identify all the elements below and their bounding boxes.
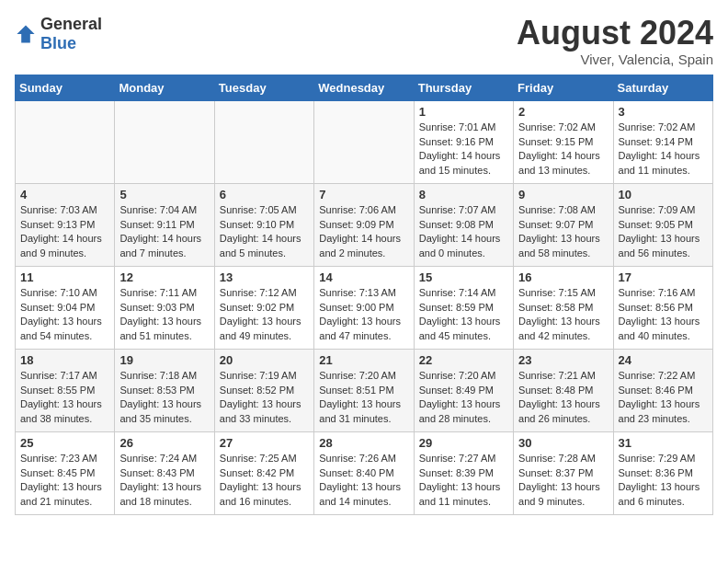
- day-cell: 14Sunrise: 7:13 AM Sunset: 9:00 PM Dayli…: [314, 266, 414, 349]
- day-cell: 26Sunrise: 7:24 AM Sunset: 8:43 PM Dayli…: [115, 431, 214, 514]
- day-cell: 20Sunrise: 7:19 AM Sunset: 8:52 PM Dayli…: [214, 349, 313, 431]
- day-number: 3: [619, 105, 708, 119]
- day-info: Sunrise: 7:21 AM Sunset: 8:48 PM Dayligh…: [518, 369, 608, 428]
- day-info: Sunrise: 7:14 AM Sunset: 8:59 PM Dayligh…: [419, 286, 508, 345]
- day-number: 26: [119, 436, 209, 450]
- day-number: 6: [220, 188, 309, 201]
- day-info: Sunrise: 7:28 AM Sunset: 8:37 PM Dayligh…: [518, 452, 608, 511]
- day-info: Sunrise: 7:08 AM Sunset: 9:07 PM Dayligh…: [518, 203, 608, 262]
- day-info: Sunrise: 7:29 AM Sunset: 8:36 PM Dayligh…: [619, 452, 708, 511]
- day-cell: 27Sunrise: 7:25 AM Sunset: 8:42 PM Dayli…: [214, 431, 313, 514]
- day-info: Sunrise: 7:23 AM Sunset: 8:45 PM Dayligh…: [20, 452, 109, 511]
- day-info: Sunrise: 7:04 AM Sunset: 9:11 PM Dayligh…: [119, 203, 209, 262]
- page-subtitle: Viver, Valencia, Spain: [517, 52, 713, 67]
- header-cell-tuesday: Tuesday: [214, 75, 313, 100]
- day-info: Sunrise: 7:20 AM Sunset: 8:51 PM Dayligh…: [319, 369, 408, 428]
- day-number: 20: [220, 353, 309, 367]
- day-cell: 29Sunrise: 7:27 AM Sunset: 8:39 PM Dayli…: [414, 431, 513, 514]
- day-info: Sunrise: 7:27 AM Sunset: 8:39 PM Dayligh…: [419, 452, 508, 511]
- day-number: 16: [518, 270, 608, 284]
- day-number: 25: [20, 436, 109, 450]
- day-number: 10: [619, 188, 708, 201]
- header-cell-saturday: Saturday: [613, 75, 712, 100]
- day-cell: 9Sunrise: 7:08 AM Sunset: 9:07 PM Daylig…: [514, 183, 613, 266]
- day-number: 13: [220, 270, 309, 284]
- day-number: 14: [319, 270, 408, 284]
- day-number: 18: [20, 353, 109, 367]
- day-info: Sunrise: 7:22 AM Sunset: 8:46 PM Dayligh…: [619, 369, 708, 428]
- day-cell: 1Sunrise: 7:01 AM Sunset: 9:16 PM Daylig…: [414, 100, 513, 183]
- day-number: 24: [619, 353, 708, 367]
- week-row-5: 25Sunrise: 7:23 AM Sunset: 8:45 PM Dayli…: [16, 431, 713, 514]
- page-title: August 2024: [517, 15, 713, 52]
- day-cell: 8Sunrise: 7:07 AM Sunset: 9:08 PM Daylig…: [414, 183, 513, 266]
- day-info: Sunrise: 7:18 AM Sunset: 8:53 PM Dayligh…: [119, 369, 209, 428]
- day-number: 19: [119, 353, 209, 367]
- day-info: Sunrise: 7:09 AM Sunset: 9:05 PM Dayligh…: [619, 203, 708, 262]
- day-number: 23: [518, 353, 608, 367]
- day-cell: 13Sunrise: 7:12 AM Sunset: 9:02 PM Dayli…: [214, 266, 313, 349]
- day-number: 12: [119, 270, 209, 284]
- day-number: 5: [119, 188, 209, 201]
- day-number: 7: [319, 188, 408, 201]
- day-info: Sunrise: 7:16 AM Sunset: 8:56 PM Dayligh…: [619, 286, 708, 345]
- logo-icon: [15, 23, 37, 45]
- day-info: Sunrise: 7:02 AM Sunset: 9:15 PM Dayligh…: [518, 121, 608, 179]
- day-cell: 30Sunrise: 7:28 AM Sunset: 8:37 PM Dayli…: [514, 431, 613, 514]
- day-number: 15: [419, 270, 508, 284]
- day-cell: 12Sunrise: 7:11 AM Sunset: 9:03 PM Dayli…: [115, 266, 214, 349]
- header-cell-thursday: Thursday: [414, 75, 513, 100]
- header-cell-friday: Friday: [514, 75, 613, 100]
- logo-general: General: [40, 15, 102, 33]
- day-info: Sunrise: 7:03 AM Sunset: 9:13 PM Dayligh…: [20, 203, 109, 262]
- day-cell: 25Sunrise: 7:23 AM Sunset: 8:45 PM Dayli…: [16, 431, 115, 514]
- header-cell-sunday: Sunday: [16, 75, 115, 100]
- page-header: General Blue August 2024 Viver, Valencia…: [15, 15, 713, 67]
- day-number: 8: [419, 188, 508, 201]
- day-number: 28: [319, 436, 408, 450]
- calendar-table: SundayMondayTuesdayWednesdayThursdayFrid…: [15, 75, 713, 515]
- day-cell: 31Sunrise: 7:29 AM Sunset: 8:36 PM Dayli…: [613, 431, 712, 514]
- day-number: 30: [518, 436, 608, 450]
- day-number: 4: [20, 188, 109, 201]
- logo-blue: Blue: [40, 34, 76, 52]
- day-number: 2: [518, 105, 608, 119]
- day-cell: [314, 100, 414, 183]
- day-number: 17: [619, 270, 708, 284]
- calendar-header: SundayMondayTuesdayWednesdayThursdayFrid…: [16, 75, 713, 100]
- title-section: August 2024 Viver, Valencia, Spain: [517, 15, 713, 67]
- day-cell: 21Sunrise: 7:20 AM Sunset: 8:51 PM Dayli…: [314, 349, 414, 431]
- day-number: 9: [518, 188, 608, 201]
- header-cell-wednesday: Wednesday: [314, 75, 414, 100]
- day-number: 31: [619, 436, 708, 450]
- day-number: 27: [220, 436, 309, 450]
- day-info: Sunrise: 7:26 AM Sunset: 8:40 PM Dayligh…: [319, 452, 408, 511]
- week-row-3: 11Sunrise: 7:10 AM Sunset: 9:04 PM Dayli…: [16, 266, 713, 349]
- day-info: Sunrise: 7:02 AM Sunset: 9:14 PM Dayligh…: [619, 121, 708, 179]
- day-cell: 23Sunrise: 7:21 AM Sunset: 8:48 PM Dayli…: [514, 349, 613, 431]
- day-cell: 11Sunrise: 7:10 AM Sunset: 9:04 PM Dayli…: [16, 266, 115, 349]
- day-cell: 22Sunrise: 7:20 AM Sunset: 8:49 PM Dayli…: [414, 349, 513, 431]
- day-info: Sunrise: 7:13 AM Sunset: 9:00 PM Dayligh…: [319, 286, 408, 345]
- day-info: Sunrise: 7:15 AM Sunset: 8:58 PM Dayligh…: [518, 286, 608, 345]
- day-info: Sunrise: 7:20 AM Sunset: 8:49 PM Dayligh…: [419, 369, 508, 428]
- day-cell: 6Sunrise: 7:05 AM Sunset: 9:10 PM Daylig…: [214, 183, 313, 266]
- day-cell: 10Sunrise: 7:09 AM Sunset: 9:05 PM Dayli…: [613, 183, 712, 266]
- day-info: Sunrise: 7:17 AM Sunset: 8:55 PM Dayligh…: [20, 369, 109, 428]
- day-number: 29: [419, 436, 508, 450]
- day-info: Sunrise: 7:11 AM Sunset: 9:03 PM Dayligh…: [119, 286, 209, 345]
- day-info: Sunrise: 7:25 AM Sunset: 8:42 PM Dayligh…: [220, 452, 309, 511]
- day-cell: [214, 100, 313, 183]
- week-row-1: 1Sunrise: 7:01 AM Sunset: 9:16 PM Daylig…: [16, 100, 713, 183]
- day-number: 22: [419, 353, 508, 367]
- day-info: Sunrise: 7:01 AM Sunset: 9:16 PM Dayligh…: [419, 121, 508, 179]
- day-info: Sunrise: 7:07 AM Sunset: 9:08 PM Dayligh…: [419, 203, 508, 262]
- day-cell: 17Sunrise: 7:16 AM Sunset: 8:56 PM Dayli…: [613, 266, 712, 349]
- day-cell: 15Sunrise: 7:14 AM Sunset: 8:59 PM Dayli…: [414, 266, 513, 349]
- day-cell: [16, 100, 115, 183]
- week-row-2: 4Sunrise: 7:03 AM Sunset: 9:13 PM Daylig…: [16, 183, 713, 266]
- calendar-body: 1Sunrise: 7:01 AM Sunset: 9:16 PM Daylig…: [16, 100, 713, 514]
- day-cell: 16Sunrise: 7:15 AM Sunset: 8:58 PM Dayli…: [514, 266, 613, 349]
- day-cell: 19Sunrise: 7:18 AM Sunset: 8:53 PM Dayli…: [115, 349, 214, 431]
- day-cell: [115, 100, 214, 183]
